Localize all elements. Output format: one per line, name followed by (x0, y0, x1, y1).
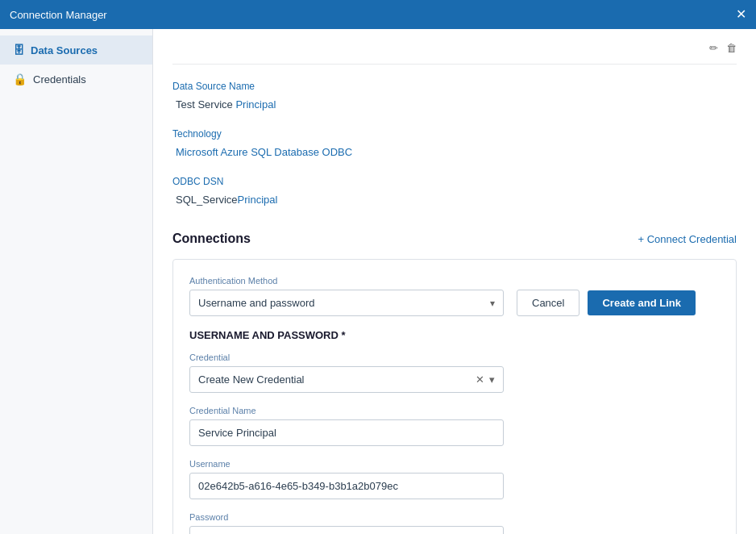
credential-dropdown[interactable]: Create New Credential ✕ ▾ (189, 366, 504, 393)
app-title: Connection Manager (10, 9, 107, 21)
credential-row: Credential Create New Credential ✕ ▾ (189, 353, 720, 393)
credential-label: Credential (189, 353, 720, 362)
odbc-dsn-section: ODBC DSN SQL_ServicePrincipal (172, 176, 737, 215)
password-label: Password (189, 512, 720, 522)
close-button[interactable]: ✕ (736, 8, 746, 21)
main-layout: 🗄 Data Sources 🔒 Credentials ✏ 🗑 Data So… (0, 29, 756, 534)
sidebar-item-credentials[interactable]: 🔒 Credentials (0, 65, 152, 94)
data-source-name-section: Data Source Name Test Service Principal (172, 81, 737, 120)
chevron-down-icon: ▾ (489, 373, 495, 386)
cancel-button[interactable]: Cancel (517, 290, 579, 316)
top-bar: Connection Manager ✕ (0, 0, 756, 29)
page-header: ✏ 🗑 (172, 29, 737, 65)
action-buttons: Cancel Create and Link (517, 290, 696, 316)
chevron-down-icon: ▾ (490, 298, 495, 309)
delete-icon[interactable]: 🗑 (726, 42, 737, 54)
clear-icon[interactable]: ✕ (476, 373, 484, 386)
odbc-dsn-label: ODBC DSN (172, 176, 737, 187)
username-input[interactable] (189, 473, 504, 499)
credential-name-label: Credential Name (189, 406, 720, 415)
odbc-dsn-value: SQL_ServicePrincipal (172, 190, 737, 215)
data-source-name-value: Test Service Principal (172, 95, 737, 120)
technology-label: Technology (172, 128, 737, 140)
password-input[interactable] (189, 526, 504, 534)
credential-dropdown-icons: ✕ ▾ (476, 373, 495, 386)
auth-method-dropdown-value: Username and password (198, 297, 315, 309)
sidebar-item-label-credentials: Credentials (33, 73, 86, 86)
technology-value: Microsoft Azure SQL Database ODBC (172, 143, 737, 168)
password-row: Password (189, 512, 720, 534)
auth-method-wrapper: Username and password ▾ Cancel Create an… (189, 290, 720, 316)
database-icon: 🗄 (13, 44, 24, 56)
auth-method-row: Authentication Method Username and passw… (189, 276, 720, 316)
create-and-link-button[interactable]: Create and Link (588, 290, 696, 315)
header-icons: ✏ 🗑 (709, 42, 737, 54)
sidebar-item-label-data-sources: Data Sources (31, 44, 98, 56)
username-label: Username (189, 459, 720, 469)
auth-method-dropdown[interactable]: Username and password ▾ (189, 290, 504, 316)
sidebar: 🗄 Data Sources 🔒 Credentials (0, 29, 153, 534)
username-password-section-heading: USERNAME AND PASSWORD * (189, 329, 720, 341)
credential-dropdown-value: Create New Credential (198, 373, 305, 386)
credential-name-row: Credential Name (189, 406, 720, 446)
connections-heading-row: Connections + Connect Credential (172, 232, 737, 246)
sidebar-item-data-sources[interactable]: 🗄 Data Sources (0, 35, 152, 65)
connect-credential-link[interactable]: + Connect Credential (638, 233, 737, 245)
credential-name-input[interactable] (189, 419, 504, 446)
auth-method-label: Authentication Method (189, 276, 720, 286)
technology-section: Technology Microsoft Azure SQL Database … (172, 128, 737, 168)
lock-icon: 🔒 (13, 73, 27, 86)
username-row: Username (189, 459, 720, 499)
content-area: ✏ 🗑 Data Source Name Test Service Princi… (153, 29, 756, 534)
connections-title: Connections (172, 232, 251, 246)
data-source-name-label: Data Source Name (172, 81, 737, 92)
connection-card: Authentication Method Username and passw… (172, 259, 737, 534)
edit-icon[interactable]: ✏ (709, 42, 718, 54)
